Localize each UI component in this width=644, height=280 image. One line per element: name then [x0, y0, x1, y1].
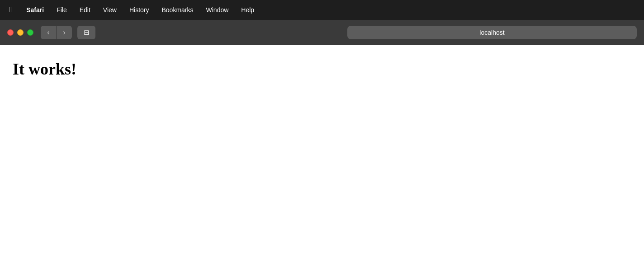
- toolbar: ‹ › ⊟: [0, 20, 644, 45]
- menubar-history[interactable]: History: [128, 5, 151, 14]
- browser-window:  Safari File Edit View History Bookmark…: [0, 0, 644, 280]
- nav-button-group: ‹ ›: [41, 26, 72, 39]
- menubar-file[interactable]: File: [55, 5, 69, 14]
- maximize-button[interactable]: [27, 29, 33, 36]
- address-bar[interactable]: [347, 26, 637, 39]
- back-icon: ‹: [47, 28, 49, 37]
- menubar-view[interactable]: View: [101, 5, 118, 14]
- forward-button[interactable]: ›: [57, 26, 72, 39]
- menubar-help[interactable]: Help: [239, 5, 256, 14]
- menubar-window[interactable]: Window: [204, 5, 231, 14]
- page-content: It works!: [0, 45, 644, 280]
- menubar-edit[interactable]: Edit: [78, 5, 92, 14]
- page-heading: It works!: [13, 60, 631, 79]
- menubar-safari[interactable]: Safari: [24, 5, 46, 14]
- minimize-button[interactable]: [17, 29, 24, 36]
- sidebar-toggle-button[interactable]: ⊟: [77, 26, 95, 39]
- close-button[interactable]: [7, 29, 14, 36]
- traffic-lights: [7, 29, 33, 36]
- back-button[interactable]: ‹: [41, 26, 56, 39]
- address-bar-wrapper: [103, 26, 637, 39]
- menubar:  Safari File Edit View History Bookmark…: [0, 0, 644, 20]
- forward-icon: ›: [63, 28, 65, 37]
- menubar-bookmarks[interactable]: Bookmarks: [160, 5, 195, 14]
- sidebar-icon: ⊟: [84, 28, 90, 37]
- apple-menu[interactable]: : [7, 5, 14, 15]
